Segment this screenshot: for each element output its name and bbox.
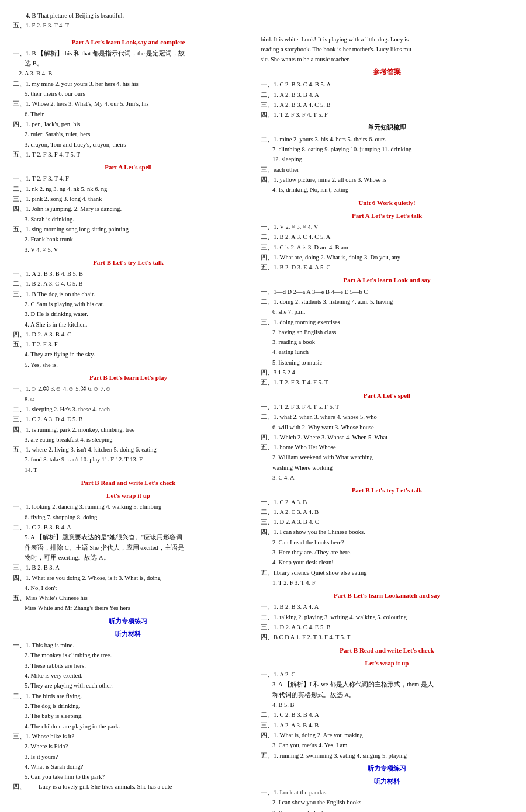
lets-wrap-up-title: Let's wrap it up [13, 490, 244, 501]
part-b-lets-learn-play-title: Part B Let's learn Let's play [13, 372, 244, 383]
top-text: 4. B That picture of Beijing is beautifu… [13, 11, 513, 31]
unit6-part-b-read-write-title: Part B Read and write Let's check [261, 645, 513, 655]
part-a-lets-spell-title: Part A Let's spell [13, 162, 244, 172]
unit6-part-a-lets-spell-title: Part A Let's spell [261, 390, 513, 401]
answers-title: 参考答案 [261, 67, 513, 78]
page-container: 4. B That picture of Beijing is beautifu… [0, 0, 526, 812]
part-b-lets-try-talk-title: Part B Let's try Let's talk [13, 257, 244, 268]
left-column: Part A Let's learn Look,say and complete… [13, 34, 252, 812]
unit6-listening-material-title: 听力材料 [261, 776, 513, 786]
unit6-work-quietly-title: Unit 6 Work quietly! [261, 197, 513, 208]
listening-practice-title: 听力专项练习 [13, 616, 244, 626]
right-column: bird. It is white. Look! It is playing w… [252, 34, 513, 812]
unit6-lets-wrap-up-title: Let's wrap it up [261, 658, 513, 668]
two-col-layout: Part A Let's learn Look,say and complete… [13, 34, 513, 812]
part-b-read-write-title: Part B Read and write Let's check [13, 477, 244, 488]
unit6-part-a-lets-learn-say-title: Part A Let's learn Look and say [261, 275, 513, 285]
unit6-part-b-lets-learn-match-say-title: Part B Let's learn Look,match and say [261, 590, 513, 601]
part-a-lets-learn-title: Part A Let's learn Look,say and complete [13, 37, 244, 47]
unit6-part-a-lets-try-talk-title: Part A Let's try Let's talk [261, 210, 513, 221]
unit6-listening-practice-title: 听力专项练习 [261, 763, 513, 773]
listening-material-title: 听力材料 [13, 629, 244, 639]
unit-knowledge-review: 单元知识梳理 [261, 122, 513, 133]
unit6-part-b-lets-try-talk-title: Part B Let's try Let's talk [261, 485, 513, 495]
